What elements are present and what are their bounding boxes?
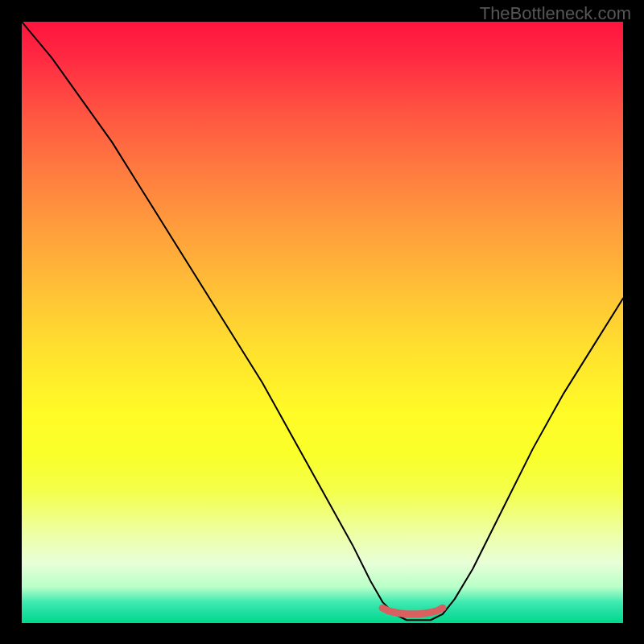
bottleneck-curve <box>22 22 623 620</box>
chart-svg <box>22 22 623 623</box>
watermark-text: TheBottleneck.com <box>480 3 631 24</box>
chart-container: TheBottleneck.com <box>0 0 644 644</box>
plot-area <box>22 22 623 623</box>
sweet-spot-marker <box>382 608 443 613</box>
